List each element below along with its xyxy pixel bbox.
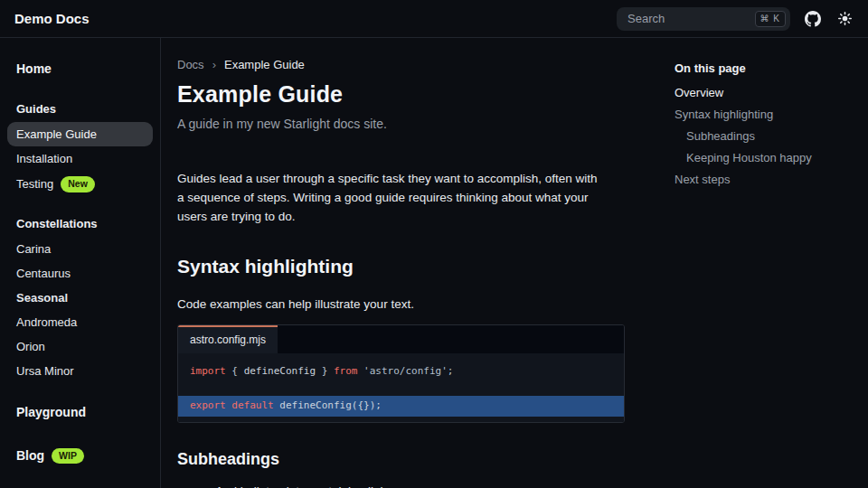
containing-links-link[interactable]: containing links <box>309 484 392 488</box>
sidebar-item-carina[interactable]: Carina <box>7 237 153 261</box>
code-token: from <box>334 365 358 377</box>
sidebar-item-label: Blog <box>16 448 44 463</box>
sidebar-item-label: Example Guide <box>16 127 97 141</box>
page-title: Example Guide <box>177 81 626 108</box>
sidebar-item-label: Installation <box>16 152 72 165</box>
wip-badge: WIP <box>52 448 84 465</box>
sidebar-item-orion[interactable]: Orion <box>7 334 153 359</box>
toc-item-next-steps[interactable]: Next steps <box>675 168 854 190</box>
code-token: defineConfig <box>244 365 316 377</box>
toc-item-syntax-highlighting[interactable]: Syntax highlighting <box>675 103 854 125</box>
breadcrumb-current: Example Guide <box>224 58 305 71</box>
sidebar-item-label: Home <box>16 61 52 76</box>
syntax-paragraph: Code examples can help illustrate your t… <box>177 297 626 311</box>
toc-title: On this page <box>675 58 854 81</box>
new-badge: New <box>61 176 95 192</box>
table-of-contents: On this page Overview Syntax highlightin… <box>653 38 868 488</box>
sidebar-item-installation[interactable]: Installation <box>7 146 153 171</box>
search-placeholder: Search <box>627 12 665 25</box>
bullet-list: And bullet points containing links. <box>177 484 626 488</box>
code-tab-filename[interactable]: astro.config.mjs <box>178 325 278 353</box>
breadcrumb-docs-link[interactable]: Docs <box>177 58 204 71</box>
sidebar-item-home[interactable]: Home <box>7 54 153 83</box>
toc-item-subheadings[interactable]: Subheadings <box>675 125 854 146</box>
search-shortcut-kbd: ⌘ K <box>755 11 786 27</box>
site-header: Demo Docs Search ⌘ K <box>0 0 868 38</box>
sidebar-group-constellations: Constellations <box>7 211 153 237</box>
code-line-1: import { defineConfig } from 'astro/conf… <box>178 363 624 380</box>
sidebar-item-testing[interactable]: Testing New <box>7 171 153 198</box>
sidebar-group-guides: Guides <box>7 96 153 122</box>
code-token: 'astro/config' <box>357 365 447 377</box>
bullet-text: And bullet points <box>215 484 309 488</box>
code-token: ; <box>448 365 454 377</box>
site-title: Demo Docs <box>14 11 90 26</box>
sidebar-item-example-guide[interactable]: Example Guide <box>7 122 153 146</box>
github-icon[interactable] <box>804 10 822 28</box>
theme-toggle-sun-icon[interactable] <box>835 10 854 28</box>
sidebar-item-label: Playground <box>16 405 86 419</box>
sidebar-item-playground[interactable]: Playground <box>7 398 153 427</box>
code-token: defineConfig({}); <box>279 399 382 411</box>
sidebar-spacer <box>7 383 153 398</box>
sidebar-spacer <box>7 427 153 441</box>
code-area[interactable]: import { defineConfig } from 'astro/conf… <box>178 353 624 422</box>
bullet-text: . <box>392 484 396 488</box>
heading-subheadings: Subheadings <box>177 450 626 469</box>
code-line-3-highlighted: export default defineConfig({}); <box>178 396 624 417</box>
sidebar-item-blog[interactable]: Blog WIP <box>7 441 153 472</box>
search-input[interactable]: Search ⌘ K <box>617 7 790 31</box>
heading-syntax-highlighting: Syntax highlighting <box>177 256 626 277</box>
sidebar-item-label: Carina <box>16 242 51 256</box>
page-shell: Home Guides Example Guide Installation T… <box>0 38 868 488</box>
sidebar: Home Guides Example Guide Installation T… <box>0 38 161 488</box>
code-tab-bar: astro.config.mjs <box>178 325 624 353</box>
sidebar-item-ursa-minor[interactable]: Ursa Minor <box>7 359 153 383</box>
toc-item-overview[interactable]: Overview <box>675 81 854 103</box>
code-token: } <box>316 365 334 377</box>
chevron-right-icon: › <box>212 58 216 71</box>
main-content: Docs › Example Guide Example Guide A gui… <box>161 38 653 488</box>
sidebar-item-label: Testing <box>16 177 53 191</box>
list-item: And bullet points containing links. <box>215 484 626 488</box>
code-token: import <box>190 365 226 377</box>
code-block: astro.config.mjs import { defineConfig }… <box>177 324 625 423</box>
sidebar-item-label: Centaurus <box>16 267 71 280</box>
sidebar-item-centaurus[interactable]: Centaurus <box>7 261 153 286</box>
sidebar-item-label: Orion <box>16 340 45 353</box>
code-token: export default <box>190 399 279 411</box>
sidebar-item-label: Seasonal <box>16 291 68 305</box>
breadcrumb: Docs › Example Guide <box>177 58 626 71</box>
sidebar-item-label: Ursa Minor <box>16 364 74 378</box>
sidebar-item-seasonal[interactable]: Seasonal <box>7 286 153 310</box>
intro-paragraph: Guides lead a user through a specific ta… <box>177 169 606 226</box>
code-line-2 <box>178 380 624 396</box>
page-subtitle: A guide in my new Starlight docs site. <box>177 117 626 131</box>
sidebar-item-label: Andromeda <box>16 315 77 329</box>
sidebar-item-andromeda[interactable]: Andromeda <box>7 310 153 334</box>
header-actions: Search ⌘ K <box>617 7 854 31</box>
code-token: { <box>226 365 244 377</box>
toc-item-keeping-houston-happy[interactable]: Keeping Houston happy <box>675 146 854 168</box>
